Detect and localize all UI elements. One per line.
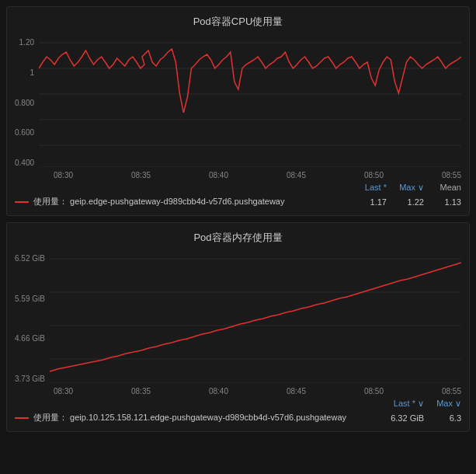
mem-series-name: 使用量： geip.10.125.158.121.edge-pushgatewa… xyxy=(33,412,387,423)
cpu-x-axis: 08:30 08:35 08:40 08:45 08:50 08:55 xyxy=(15,171,461,179)
cpu-series-name: 使用量： geip.edge-pushgateway-d989cbb4d-v57… xyxy=(33,196,349,207)
mem-max-sort[interactable]: Max ∨ xyxy=(430,399,461,409)
cpu-y-axis: 1.20 1 0.800 0.600 0.400 xyxy=(15,35,39,167)
mem-legend-header: Last * ∨ Max ∨ xyxy=(15,399,461,409)
mem-max-val: 6.3 xyxy=(424,413,461,423)
mem-chart xyxy=(50,251,461,385)
mem-y-axis: 6.52 GiB 5.59 GiB 4.66 GiB 3.73 GiB xyxy=(15,251,50,383)
panel-memory: Pod容器内存使用量 6.52 GiB 5.59 GiB 4.66 GiB 3.… xyxy=(6,222,470,432)
mem-x-axis: 08:30 08:35 08:40 08:45 08:50 08:55 xyxy=(15,387,461,396)
cpu-legend-header: Last * Max ∨ Mean xyxy=(15,183,461,193)
panel-memory-title: Pod容器内存使用量 xyxy=(15,231,461,245)
mem-last-sort[interactable]: Last * ∨ xyxy=(393,399,424,409)
mem-legend-row: 使用量： geip.10.125.158.121.edge-pushgatewa… xyxy=(15,412,461,423)
cpu-legend-row: 使用量： geip.edge-pushgateway-d989cbb4d-v57… xyxy=(15,196,461,207)
cpu-last-val: 1.17 xyxy=(349,197,387,207)
cpu-max-sort[interactable]: Max ∨ xyxy=(393,183,424,193)
cpu-mean-val: 1.13 xyxy=(424,197,461,207)
cpu-chart xyxy=(39,35,461,169)
panel-cpu-title: Pod容器CPU使用量 xyxy=(15,15,461,29)
cpu-max-val: 1.22 xyxy=(387,197,424,207)
cpu-last-sort[interactable]: Last * xyxy=(356,183,387,193)
cpu-mean-label: Mean xyxy=(430,183,461,193)
panel-cpu: Pod容器CPU使用量 1.20 1 0.800 0.600 0.400 xyxy=(6,6,470,216)
mem-legend-line xyxy=(15,417,29,419)
cpu-legend-line xyxy=(15,201,29,203)
mem-last-val: 6.32 GiB xyxy=(387,413,424,423)
